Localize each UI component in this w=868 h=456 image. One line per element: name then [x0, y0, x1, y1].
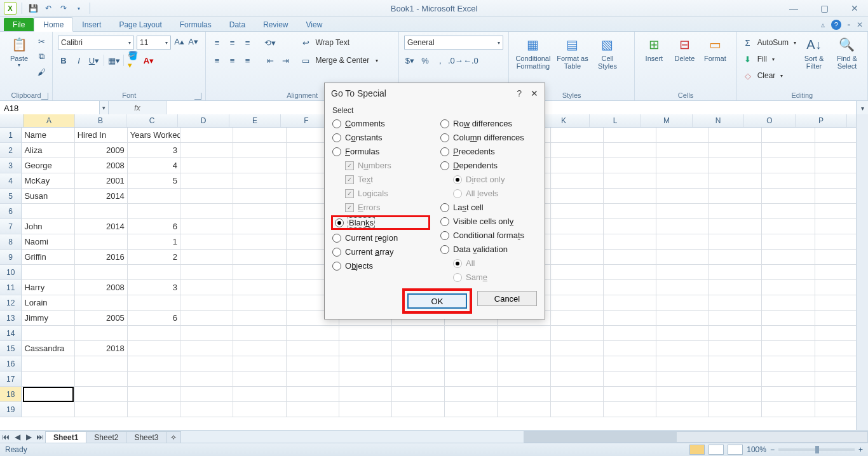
cell-N6[interactable]	[709, 204, 762, 219]
dialog-help-icon[interactable]: ?	[517, 88, 522, 98]
column-header-L[interactable]: L	[590, 114, 641, 127]
cell-H17[interactable]	[392, 372, 445, 387]
cell-L17[interactable]	[604, 372, 656, 387]
option-column-differences[interactable]: Column differences	[440, 133, 537, 142]
column-header-N[interactable]: N	[693, 114, 744, 127]
cell-C10[interactable]	[128, 265, 180, 280]
cell-C6[interactable]	[128, 204, 180, 219]
increase-decimal-icon[interactable]: .0→	[450, 55, 461, 66]
clipboard-dialog-launcher[interactable]	[41, 93, 48, 100]
cell-B18[interactable]	[75, 387, 128, 402]
row-header-10[interactable]: 10	[0, 265, 22, 280]
cell-O6[interactable]	[762, 204, 815, 219]
cell-K18[interactable]	[551, 387, 604, 402]
cell-C14[interactable]	[128, 326, 180, 341]
name-box-input[interactable]	[0, 101, 99, 115]
ok-button[interactable]: OK	[407, 293, 467, 309]
cell-G16[interactable]	[339, 356, 392, 372]
cell-F19[interactable]	[287, 402, 339, 417]
cell-E13[interactable]	[233, 311, 286, 326]
cell-D9[interactable]	[180, 250, 233, 265]
fill-color-icon[interactable]: 🪣▾	[128, 55, 139, 66]
tab-page-layout[interactable]: Page Layout	[110, 18, 170, 31]
row-header-19[interactable]: 19	[0, 402, 22, 417]
cell-N3[interactable]	[709, 158, 762, 173]
cell-K4[interactable]	[551, 173, 604, 189]
zoom-in-icon[interactable]: +	[858, 445, 863, 454]
cell-M6[interactable]	[656, 204, 709, 219]
cell-D7[interactable]	[180, 219, 233, 234]
cell-E11[interactable]	[233, 280, 286, 295]
cell-L9[interactable]	[604, 250, 656, 265]
cell-N2[interactable]	[709, 143, 762, 158]
horizontal-scrollbar[interactable]	[524, 431, 868, 443]
cut-icon[interactable]: ✂	[36, 36, 47, 47]
cell-D17[interactable]	[180, 372, 233, 387]
cell-D5[interactable]	[180, 189, 233, 204]
cell-C5[interactable]	[128, 189, 180, 204]
row-header-14[interactable]: 14	[0, 326, 22, 341]
cell-M18[interactable]	[656, 387, 709, 402]
cell-D10[interactable]	[180, 265, 233, 280]
cell-A11[interactable]: Harry	[22, 280, 74, 295]
option-comments[interactable]: Comments	[332, 119, 429, 128]
cell-A16[interactable]	[22, 356, 74, 372]
cell-A2[interactable]: Aliza	[22, 143, 74, 158]
cell-E1[interactable]	[233, 128, 286, 143]
cell-M12[interactable]	[656, 295, 709, 311]
cell-E3[interactable]	[233, 158, 286, 173]
column-header-B[interactable]: B	[75, 114, 126, 127]
cell-K5[interactable]	[551, 189, 604, 204]
delete-cells-button[interactable]: ⊟Delete	[670, 36, 698, 62]
row-header-1[interactable]: 1	[0, 128, 22, 143]
fill-button[interactable]: ⬇Fill▾	[742, 52, 796, 66]
cell-K6[interactable]	[551, 204, 604, 219]
tab-review[interactable]: Review	[254, 18, 297, 31]
option-current-array[interactable]: Current array	[332, 247, 429, 257]
cell-O8[interactable]	[762, 234, 815, 250]
cell-J14[interactable]	[498, 326, 550, 341]
cell-K13[interactable]	[551, 311, 604, 326]
cell-C2[interactable]: 3	[128, 143, 180, 158]
cell-styles-button[interactable]: ▧Cell Styles	[593, 36, 622, 70]
cell-D3[interactable]	[180, 158, 233, 173]
cell-D11[interactable]	[180, 280, 233, 295]
cell-C19[interactable]	[128, 402, 180, 417]
cell-B1[interactable]: Hired In	[75, 128, 128, 143]
cell-E6[interactable]	[233, 204, 286, 219]
find-select-button[interactable]: 🔍Find & Select	[832, 36, 862, 70]
cell-C13[interactable]: 6	[128, 311, 180, 326]
row-header-8[interactable]: 8	[0, 234, 22, 250]
cell-D16[interactable]	[180, 356, 233, 372]
cell-G15[interactable]	[339, 341, 392, 356]
cell-I17[interactable]	[445, 372, 498, 387]
zoom-level[interactable]: 100%	[747, 445, 766, 454]
cell-K7[interactable]	[551, 219, 604, 234]
wrap-text-button[interactable]: ↩Wrap Text	[300, 36, 378, 50]
cell-I19[interactable]	[445, 402, 498, 417]
cell-L7[interactable]	[604, 219, 656, 234]
cell-A10[interactable]	[22, 265, 74, 280]
cell-B16[interactable]	[75, 356, 128, 372]
option-current-region[interactable]: Current region	[332, 233, 429, 243]
row-header-12[interactable]: 12	[0, 295, 22, 311]
option-blanks[interactable]: Blanks	[335, 217, 375, 228]
font-size-combo[interactable]: 11▾	[137, 36, 171, 50]
cell-D13[interactable]	[180, 311, 233, 326]
cell-B15[interactable]: 2018	[75, 341, 128, 356]
cell-E8[interactable]	[233, 234, 286, 250]
cell-M10[interactable]	[656, 265, 709, 280]
cell-H16[interactable]	[392, 356, 445, 372]
cell-H14[interactable]	[392, 326, 445, 341]
fx-label[interactable]: fx	[109, 101, 166, 115]
cell-O12[interactable]	[762, 295, 815, 311]
cell-N8[interactable]	[709, 234, 762, 250]
cell-M4[interactable]	[656, 173, 709, 189]
row-header-4[interactable]: 4	[0, 173, 22, 189]
align-right-icon[interactable]: ≡	[241, 55, 253, 66]
minimize-button[interactable]: —	[784, 3, 803, 13]
cancel-button[interactable]: Cancel	[477, 291, 537, 306]
cell-N10[interactable]	[709, 265, 762, 280]
column-header-P[interactable]: P	[796, 114, 847, 127]
cell-K8[interactable]	[551, 234, 604, 250]
